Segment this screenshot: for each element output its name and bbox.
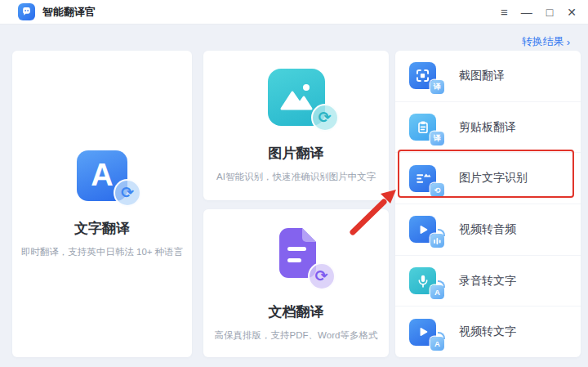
window-controls: ≡ — □ ✕ (501, 6, 577, 18)
sync-icon: ⟳ (114, 179, 141, 207)
tools-panel: 译 截图翻译 译 剪贴板翻译 ⟲ 图片文字识别 (395, 51, 581, 357)
chevron-right-icon: › (567, 36, 570, 48)
maximize-icon[interactable]: □ (546, 7, 553, 18)
tool-label: 剪贴板翻译 (459, 120, 516, 135)
tool-audio-to-text[interactable]: A 录音转文字 (395, 255, 581, 307)
image-translate-card[interactable]: ⟳ 图片翻译 AI智能识别，快速准确识别图片中文字 (203, 51, 389, 200)
tool-label: 视频转音频 (459, 222, 516, 237)
sync-icon: ⟳ (311, 104, 339, 132)
card-subtitle: 高保真排版，支持PDF、Word等多格式 (215, 329, 378, 342)
card-title: 文档翻译 (269, 302, 324, 321)
tool-video-to-audio[interactable]: 视频转音频 (395, 204, 581, 255)
tool-screenshot-translate[interactable]: 译 截图翻译 (395, 51, 581, 101)
titlebar: 智能翻译官 ≡ — □ ✕ (0, 0, 588, 25)
card-title: 文字翻译 (74, 219, 130, 238)
results-link-label: 转换结果 (522, 34, 564, 49)
tool-video-to-text[interactable]: A 视频转文字 (395, 306, 581, 357)
close-icon[interactable]: ✕ (567, 7, 577, 18)
letter-a-badge-icon: A (430, 337, 444, 351)
app-identity: 智能翻译官 (18, 3, 96, 20)
tool-image-ocr[interactable]: ⟲ 图片文字识别 (395, 152, 581, 204)
card-title: 图片翻译 (269, 144, 324, 163)
tool-label: 图片文字识别 (459, 171, 528, 186)
tool-label: 录音转文字 (459, 274, 516, 289)
card-subtitle: AI智能识别，快速准确识别图片中文字 (216, 171, 376, 183)
menu-icon[interactable]: ≡ (501, 6, 507, 18)
app-title: 智能翻译官 (42, 5, 96, 20)
app-window: 智能翻译官 ≡ — □ ✕ 转换结果 › A ⟳ 文字翻译 即时翻译，支持英中日… (0, 0, 588, 367)
tool-clipboard-translate[interactable]: 译 剪贴板翻译 (395, 101, 581, 153)
sync-badge-icon: ⟲ (430, 183, 444, 197)
translate-badge-icon: 译 (430, 80, 444, 94)
card-subtitle: 即时翻译，支持英中日韩法 10+ 种语言 (21, 246, 183, 258)
app-logo-icon (18, 3, 35, 20)
waveform-badge-icon (430, 234, 444, 248)
letter-a-badge-icon: A (430, 285, 444, 299)
document-translate-card[interactable]: ⟳ 文档翻译 高保真排版，支持PDF、Word等多格式 (203, 209, 389, 357)
tool-label: 视频转文字 (459, 324, 516, 339)
tool-label: 截图翻译 (459, 69, 505, 83)
translate-badge-icon: 译 (430, 132, 444, 145)
minimize-icon[interactable]: — (521, 7, 532, 18)
results-link[interactable]: 转换结果 › (522, 34, 570, 49)
text-translate-card[interactable]: A ⟳ 文字翻译 即时翻译，支持英中日韩法 10+ 种语言 (12, 51, 192, 357)
sync-icon: ⟳ (308, 262, 336, 290)
